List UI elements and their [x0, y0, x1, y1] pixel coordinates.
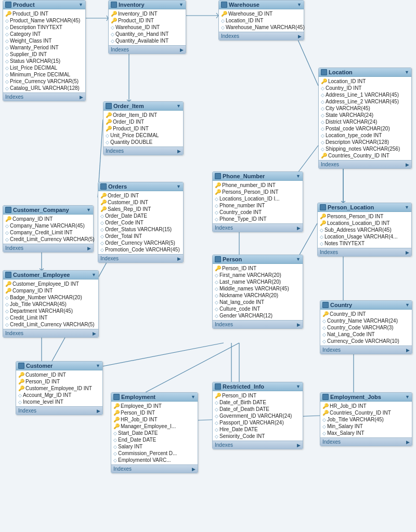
field-row[interactable]: ◇Salary INT — [111, 443, 198, 450]
field-row[interactable]: ◇Account_Mgr_ID INT — [16, 392, 102, 398]
field-row[interactable]: ◇Middle_names VARCHAR(45) — [213, 285, 303, 292]
table-warehouse[interactable]: Warehouse ▼ 🔑Warehouse_ID INT ◇Location_… — [218, 0, 304, 41]
field-row[interactable]: ◇District VARCHAR(24) — [319, 118, 411, 125]
table-inventory[interactable]: Inventory ▼ 🔑Inventory_ID INT 🔑Product_I… — [108, 0, 186, 54]
field-row[interactable]: ◇Description TINYTEXT — [3, 24, 85, 31]
field-row[interactable]: ◇Gender VARCHAR(12) — [213, 312, 303, 319]
field-row[interactable]: 🔑Person_ID INT — [111, 409, 198, 416]
field-row[interactable]: ◇Passport_ID VARCHAR(24) — [213, 419, 303, 426]
field-row[interactable]: ◇Warehouse_Name VARCHAR(45) — [219, 24, 304, 31]
field-row[interactable]: 🔑Order_ID INT — [103, 118, 183, 125]
table-inventory-header[interactable]: Inventory ▼ — [109, 1, 186, 9]
field-row[interactable]: ◇Warranty_Period INT — [3, 44, 85, 51]
field-row[interactable]: 🔑Customer_ID INT — [16, 371, 102, 378]
field-row[interactable]: 🔑Order_ID INT — [98, 192, 183, 199]
field-row[interactable]: 🔑Product_ID INT — [109, 17, 186, 24]
field-row[interactable]: ◇Order_Status VARCHAR(15) — [98, 226, 183, 233]
field-row[interactable]: ◇Location_type_code INT — [319, 132, 411, 139]
field-row[interactable]: 🔑Locations_Location_ID INT — [318, 220, 411, 227]
field-row[interactable]: ◇Job_Title VARCHAR(45) — [3, 301, 98, 308]
field-row[interactable]: 🔑Company_ID INT — [3, 216, 93, 222]
field-row[interactable]: ◇Locations_Location_ID I... — [213, 195, 303, 202]
field-row[interactable]: ◇Currency_Code VARCHAR(10) — [320, 338, 412, 344]
field-row[interactable]: 🔑HR_Job_ID INT — [111, 416, 198, 423]
field-row[interactable]: ◇Hire_Date DATE — [213, 426, 303, 433]
table-person[interactable]: Person ▼ 🔑Person_ID INT ◇First_name VARC… — [212, 255, 303, 329]
field-row[interactable]: ◇Catalog_URL VARCHAR(128) — [3, 85, 85, 91]
field-row[interactable]: ◇Start_Date DATE — [111, 430, 198, 436]
table-customer-header[interactable]: Customer ▼ — [16, 362, 102, 370]
table-location-header[interactable]: Location ▼ — [319, 68, 411, 77]
field-row[interactable]: ◇Notes TINYTEXT — [318, 240, 411, 247]
table-order-item-footer[interactable]: Indexes ▶ — [103, 147, 183, 155]
field-row[interactable]: 🔑Customer_Employee_ID INT — [16, 385, 102, 392]
field-row[interactable]: ◇Price_Currency VARCHAR(5) — [3, 78, 85, 85]
field-row[interactable]: ◇Order_Date DATE — [98, 212, 183, 219]
field-row[interactable]: ◇Credit_Limit_Currency VARCHAR(5) — [3, 236, 93, 243]
table-person-location-header[interactable]: Person_Location ▼ — [318, 203, 411, 212]
table-customer-company[interactable]: Customer_Company ▼ 🔑Company_ID INT ◇Comp… — [3, 205, 94, 252]
field-row[interactable]: 🔑Country_ID INT — [320, 311, 412, 317]
field-row[interactable]: 🔑Manager_Employee_I... — [111, 423, 198, 430]
field-row[interactable]: ◇Minimum_Price DECIMAL — [3, 71, 85, 78]
field-row[interactable]: ◇Order_Code INT — [98, 219, 183, 226]
table-person-location[interactable]: Person_Location ▼ 🔑Persons_Person_ID INT… — [317, 203, 412, 257]
field-row[interactable]: ◇Promotion_Code VARCHAR(45) — [98, 246, 183, 253]
field-row[interactable]: 🔑Product_ID INT — [3, 10, 85, 17]
field-row[interactable]: ◇Country_Name VARCHAR(24) — [320, 317, 412, 324]
field-row[interactable]: ◇Department VARCHAR(45) — [3, 308, 98, 314]
field-row[interactable]: ◇Country_Code VARCHAR(3) — [320, 324, 412, 331]
field-row[interactable]: ◇State VARCHAR(24) — [319, 112, 411, 118]
table-orders-footer[interactable]: Indexes ▶ — [98, 254, 183, 262]
field-row[interactable]: 🔑Person_ID INT — [213, 392, 303, 399]
field-row[interactable]: ◇Income_level INT — [16, 398, 102, 405]
table-customer-employee-footer[interactable]: Indexes ▶ — [3, 329, 98, 337]
field-row[interactable]: ◇Badge_Number VARCHAR(20) — [3, 294, 98, 301]
field-row[interactable]: 🔑Warehouse_ID INT — [219, 10, 304, 17]
field-row[interactable]: 🔑Customer_Employee_ID INT — [3, 281, 98, 287]
field-row[interactable]: ◇Max_Salary INT — [320, 430, 412, 436]
table-restricted-info[interactable]: Restricted_Info ▼ 🔑Person_ID INT ◇Date_o… — [212, 382, 303, 449]
field-row[interactable]: ◇Order_Total INT — [98, 233, 183, 240]
field-row[interactable]: 🔑Countries_Country_ID INT — [320, 409, 412, 416]
table-product[interactable]: Product ▼ 🔑Product_ID INT ◇Product_Name … — [3, 0, 86, 101]
field-row[interactable]: ◇Credit_Limit_Currency VARCHAR(5) — [3, 321, 98, 328]
table-customer-employee-header[interactable]: Customer_Employee ▼ — [3, 271, 98, 280]
field-row[interactable]: ◇Culture_code INT — [213, 305, 303, 312]
table-product-footer[interactable]: Indexes ▶ — [3, 92, 85, 101]
table-employment-header[interactable]: Employment ▼ — [111, 393, 198, 402]
field-row[interactable]: ◇Supplier_ID INT — [3, 51, 85, 58]
table-order-item-header[interactable]: Order_Item ▼ — [103, 102, 183, 111]
field-row[interactable]: ◇Nickname VARCHAR(20) — [213, 292, 303, 299]
table-customer-company-footer[interactable]: Indexes ▶ — [3, 244, 93, 252]
field-row[interactable]: ◇Company_Name VARCHAR(45) — [3, 222, 93, 229]
table-customer-employee[interactable]: Customer_Employee ▼ 🔑Customer_Employee_I… — [3, 270, 99, 338]
field-row[interactable]: ◇Sub_Address VARCHAR(45) — [318, 227, 411, 233]
table-warehouse-footer[interactable]: Indexes ▶ — [219, 32, 304, 40]
table-employment-jobs-footer[interactable]: Indexes ▶ — [320, 437, 412, 446]
field-row[interactable]: ◇Credit_Limit INT — [3, 314, 98, 321]
field-row[interactable]: ◇Product_Name VARCHAR(45) — [3, 17, 85, 24]
field-row[interactable]: ◇Nat_Lang_Code INT — [320, 331, 412, 338]
table-phone-number[interactable]: Phone_Number ▼ 🔑Phone_number_ID INT 🔑Per… — [212, 171, 303, 232]
table-inventory-footer[interactable]: Indexes ▶ — [109, 45, 186, 54]
field-row[interactable]: ◇Location_ID INT — [219, 17, 304, 24]
field-row[interactable]: ◇Country_code INT — [213, 209, 303, 216]
field-row[interactable]: ◇Status VARCHAR(15) — [3, 58, 85, 64]
table-employment-footer[interactable]: Indexes ▶ — [111, 464, 198, 473]
field-row[interactable]: ◇Country_ID INT — [319, 85, 411, 91]
field-row[interactable]: ◇Government_ID VARCHAR(24) — [213, 413, 303, 419]
field-row[interactable]: 🔑Person_ID INT — [213, 265, 303, 272]
field-row[interactable]: ◇Phone_Type_ID INT — [213, 216, 303, 222]
field-row[interactable]: 🔑Countries_Country_ID INT — [319, 152, 411, 159]
table-location[interactable]: Location ▼ 🔑Location_ID INT ◇Country_ID … — [318, 68, 412, 169]
field-row[interactable]: ◇Quantity_on_Hand INT — [109, 31, 186, 37]
field-row[interactable]: 🔑Persons_Person_ID INT — [213, 189, 303, 195]
table-orders-header[interactable]: Orders ▼ — [98, 182, 183, 191]
table-employment-jobs[interactable]: Employment_Jobs ▼ 🔑HR_Job_ID INT 🔑Countr… — [320, 392, 412, 446]
table-employment-jobs-header[interactable]: Employment_Jobs ▼ — [320, 393, 412, 402]
table-person-footer[interactable]: Indexes ▶ — [213, 320, 303, 328]
table-country-footer[interactable]: Indexes ▶ — [320, 345, 412, 354]
field-row[interactable]: ◇Address_Line_2 VARCHAR(45) — [319, 98, 411, 105]
table-location-footer[interactable]: Indexes ▶ — [319, 160, 411, 168]
